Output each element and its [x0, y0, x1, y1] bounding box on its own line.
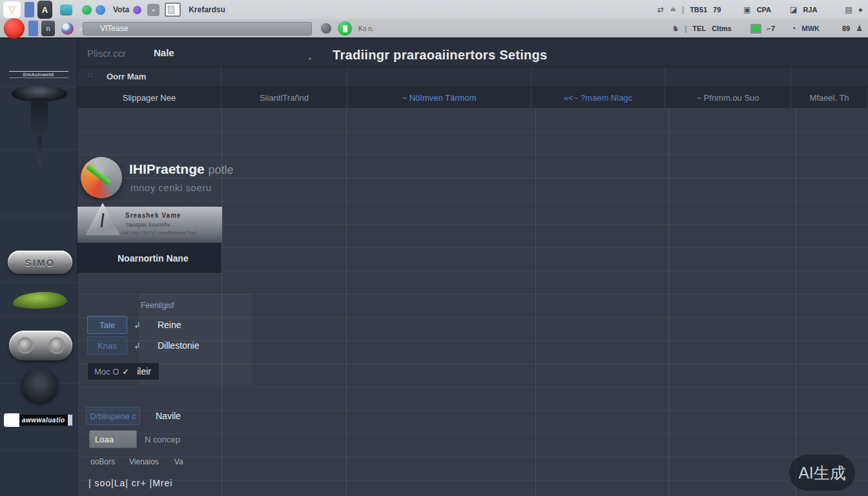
- sidebar-item-capsule-icon[interactable]: [9, 331, 72, 360]
- diligence-chip-button[interactable]: D/blispene c: [86, 407, 140, 425]
- app-a-icon[interactable]: A: [37, 1, 52, 19]
- column-header-last[interactable]: Mfaeel. Th: [791, 87, 868, 108]
- knight-icon[interactable]: ♞: [672, 24, 679, 33]
- dot-icon: ●: [858, 5, 863, 14]
- blue-status-icon[interactable]: [96, 5, 105, 15]
- chrome-row-2: n » Ko n, ♞ | TEL Cltms ⌐7 ◔ MWK 89 ♟: [0, 19, 868, 37]
- form-row-knas: Knas ↲ Dillestonie: [87, 336, 200, 355]
- loaa-input[interactable]: [89, 430, 137, 448]
- circle-tool-icon[interactable]: [321, 23, 331, 34]
- separator-2: |: [685, 24, 687, 33]
- funnel-tail-icon: [37, 136, 42, 165]
- bottom-row-label: | soo|La| cr+ |Mrei: [88, 478, 172, 488]
- address-bar-wrap: »: [74, 22, 312, 36]
- capsule-ring-icon: [48, 337, 65, 354]
- status-89: 89: [842, 25, 850, 32]
- form-row-bottom: | soo|La| cr+ |Mrei: [88, 478, 172, 488]
- return-icon: ↲: [134, 341, 141, 351]
- sidebar-item-sim-label[interactable]: SimAutowebE: [9, 71, 68, 78]
- record-button[interactable]: [4, 18, 25, 39]
- oobors-label: ooBors: [90, 457, 115, 466]
- moc-chip-label: Moc O: [94, 367, 119, 377]
- top-chrome-bar: ▽ A Vota ▪ Krefardsu ⇄ ≐ | TB51 79 ▣ CPA…: [0, 0, 868, 39]
- form-row-tale: Tale ↲ Reine: [87, 316, 181, 334]
- pawn-icon[interactable]: ♟: [856, 24, 863, 33]
- settings-grid: IHIPraetnge potle mnoy cenki soeru Sreas…: [78, 108, 868, 496]
- status-tb51: TB51: [690, 6, 707, 14]
- subrow-label: Oorr Mam: [107, 72, 146, 81]
- sub-header-row[interactable]: ∷ Oorr Mam: [78, 67, 868, 87]
- return-icon: ↲: [134, 320, 141, 330]
- dark-n-icon[interactable]: n: [41, 21, 55, 36]
- ileir-label: ileir: [137, 366, 151, 377]
- camera-icon[interactable]: ▣: [743, 5, 750, 14]
- pointer-icon: »: [79, 25, 83, 32]
- app-logo-icon[interactable]: ▽: [3, 1, 21, 18]
- sidebar-item-gear-icon[interactable]: [21, 368, 58, 404]
- subrow-cell: [665, 67, 791, 87]
- panel-titlebar: Pliscr.ccr Nale ▪ Tradiingr praraoaiiner…: [78, 39, 868, 67]
- va-label: Va: [174, 457, 183, 466]
- tale-chip-button[interactable]: Tale: [87, 316, 127, 334]
- column-header-nominven[interactable]: ~ Nöîmven Tārmom: [347, 87, 532, 108]
- status-tel: TEL: [692, 25, 706, 32]
- window-title: Krefardsu: [189, 5, 225, 14]
- window-icon[interactable]: [165, 3, 181, 17]
- column-header-start[interactable]: SiiantlTrañnd: [222, 87, 347, 108]
- run-button[interactable]: [338, 21, 352, 36]
- section-label: Feenilgisf: [141, 301, 174, 310]
- menu-item-vota[interactable]: Vota: [113, 5, 129, 14]
- warning-banner[interactable]: Sreashek Vame ?aeiqias ksvnnñv -/v#?Wy??…: [78, 207, 222, 244]
- product-title-suffix: potle: [209, 163, 234, 176]
- purple-status-icon[interactable]: [133, 6, 141, 14]
- column-header-premium[interactable]: ~ Pfnmm.ou Suo: [665, 87, 791, 108]
- app-window: SimAutowebE SIMO awwwaluatio Pliscr.ccr …: [0, 39, 868, 496]
- screen: ▽ A Vota ▪ Krefardsu ⇄ ≐ | TB51 79 ▣ CPA…: [0, 0, 868, 496]
- warning-line-2: ?aeiqias ksvnnñv: [125, 222, 170, 228]
- breadcrumb-strong[interactable]: Nale: [154, 47, 174, 58]
- knas-chip-button[interactable]: Knas: [87, 336, 127, 355]
- sidebar-divider: [0, 216, 78, 216]
- reine-label: Reine: [158, 320, 181, 330]
- gray-box-icon[interactable]: ▪: [147, 4, 160, 16]
- ai-watermark-badge: AI生成: [789, 455, 855, 491]
- breadcrumb-muted: Pliscr.ccr: [87, 48, 126, 59]
- sidebar-item-leaf-icon[interactable]: [13, 292, 67, 309]
- capsule-ring-icon: [17, 337, 34, 354]
- dock-divider-icon-2: [28, 21, 38, 36]
- globe-icon[interactable]: [61, 23, 74, 35]
- form-row-loaa: N concep: [89, 430, 180, 448]
- green-screen-icon[interactable]: [750, 24, 761, 34]
- form-row-diligence: D/blispene c Navile: [86, 407, 181, 425]
- tag-cap-icon: [68, 415, 72, 426]
- warning-line-1: Sreashek Vame: [125, 212, 181, 219]
- column-header-slippage[interactable]: Slippager Nee: [78, 87, 222, 108]
- status-seven: ⌐7: [767, 25, 776, 32]
- arrows-icon[interactable]: ⇄: [657, 5, 664, 14]
- separator: |: [682, 5, 684, 14]
- status-79: 79: [713, 6, 721, 14]
- warning-line-3: -/v#?Wy??K?V? #wvBd#eoe?be?: [120, 230, 198, 236]
- green-status-icon[interactable]: [82, 5, 92, 15]
- check-icon: ✓: [122, 367, 129, 377]
- address-input[interactable]: [83, 22, 312, 36]
- mail-icon[interactable]: ▤: [845, 5, 852, 14]
- dillestonie-label: Dillestonie: [158, 340, 200, 351]
- status-mwk: MWK: [801, 25, 820, 32]
- sidebar-divider: [0, 450, 78, 451]
- sidebar-item-simo-badge[interactable]: SIMO: [8, 251, 72, 274]
- concep-label: N concep: [145, 435, 180, 444]
- tag-square-icon: [4, 413, 19, 427]
- moc-chip-button[interactable]: Moc O ✓ ileir: [87, 362, 160, 380]
- info-name-row[interactable]: Noarnortin Nane: [78, 244, 222, 273]
- chart-icon[interactable]: ◪: [790, 5, 797, 14]
- info-name-label: Noarnortin Nane: [118, 253, 189, 264]
- teal-app-icon[interactable]: [60, 5, 72, 16]
- column-header-maem[interactable]: «<~ ?maem Nlagc: [532, 87, 665, 108]
- tag-label: awwwaluatio: [19, 415, 68, 426]
- status-cltms: Cltms: [712, 25, 732, 32]
- clock-icon[interactable]: ◔: [791, 24, 796, 33]
- approx-icon[interactable]: ≐: [670, 5, 676, 14]
- warning-mark-icon: [100, 213, 104, 227]
- sidebar-item-tag[interactable]: awwwaluatio: [4, 413, 72, 427]
